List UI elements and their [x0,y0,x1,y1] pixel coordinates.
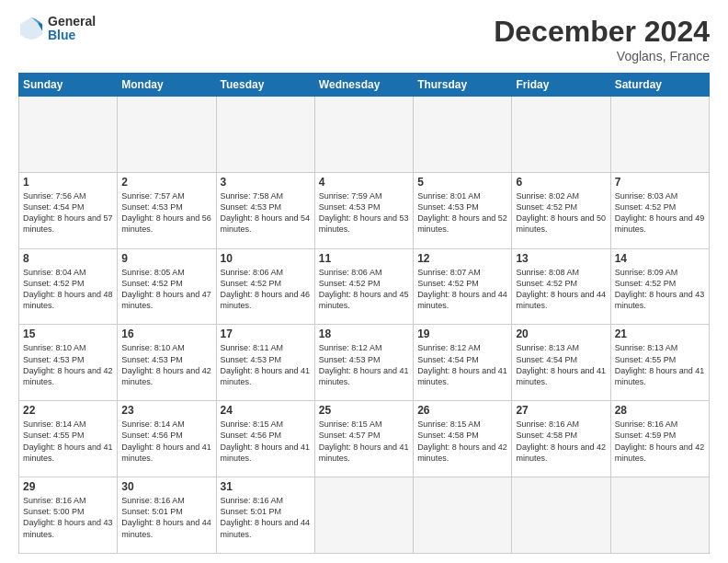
cell-info: Sunrise: 8:12 AMSunset: 4:53 PMDaylight:… [319,343,409,385]
calendar-cell-11: 11 Sunrise: 8:06 AMSunset: 4:52 PMDaylig… [314,248,413,325]
cell-info: Sunrise: 8:04 AMSunset: 4:52 PMDaylight:… [23,268,113,310]
calendar-cell-3: 3 Sunrise: 7:58 AMSunset: 4:53 PMDayligh… [216,172,314,248]
day-number: 5 [417,176,507,189]
calendar-header-thursday: Thursday [414,74,512,97]
day-number: 4 [319,176,409,189]
calendar-cell-17: 17 Sunrise: 8:11 AMSunset: 4:53 PMDaylig… [216,325,314,401]
cell-info: Sunrise: 8:10 AMSunset: 4:53 PMDaylight:… [23,343,113,385]
cell-info: Sunrise: 8:16 AMSunset: 4:58 PMDaylight:… [516,419,606,462]
calendar-header-friday: Friday [512,74,610,97]
day-number: 27 [516,404,606,417]
cell-info: Sunrise: 8:16 AMSunset: 4:59 PMDaylight:… [615,419,705,462]
cell-info: Sunrise: 8:01 AMSunset: 4:53 PMDaylight:… [417,191,507,234]
cell-info: Sunrise: 8:07 AMSunset: 4:52 PMDaylight:… [417,268,507,310]
calendar-cell-31: 31 Sunrise: 8:16 AMSunset: 5:01 PMDaylig… [216,477,314,554]
calendar-cell-25: 25 Sunrise: 8:15 AMSunset: 4:57 PMDaylig… [314,401,413,477]
calendar-cell-19: 19 Sunrise: 8:12 AMSunset: 4:54 PMDaylig… [414,325,512,401]
cell-info: Sunrise: 8:11 AMSunset: 4:53 PMDaylight:… [221,343,311,385]
cell-info: Sunrise: 7:59 AMSunset: 4:53 PMDaylight:… [319,191,409,234]
calendar-cell-empty [610,97,709,173]
cell-info: Sunrise: 8:12 AMSunset: 4:54 PMDaylight:… [417,343,507,385]
calendar-week-1: 1 Sunrise: 7:56 AMSunset: 4:54 PMDayligh… [19,172,710,248]
calendar-cell-16: 16 Sunrise: 8:10 AMSunset: 4:53 PMDaylig… [118,325,216,401]
calendar-header-tuesday: Tuesday [216,74,314,97]
day-number: 26 [417,404,507,417]
day-number: 11 [319,252,409,265]
cell-info: Sunrise: 8:13 AMSunset: 4:55 PMDaylight:… [615,343,705,385]
day-number: 6 [516,176,606,189]
calendar-cell-1: 1 Sunrise: 7:56 AMSunset: 4:54 PMDayligh… [19,172,118,248]
cell-info: Sunrise: 7:58 AMSunset: 4:53 PMDaylight:… [221,191,311,234]
day-number: 28 [615,404,705,417]
calendar-cell-30: 30 Sunrise: 8:16 AMSunset: 5:01 PMDaylig… [118,477,216,554]
calendar-cell-7: 7 Sunrise: 8:03 AMSunset: 4:52 PMDayligh… [610,172,709,248]
logo: General Blue [18,15,96,43]
calendar-cell-21: 21 Sunrise: 8:13 AMSunset: 4:55 PMDaylig… [610,325,709,401]
day-number: 17 [221,327,311,340]
day-number: 12 [417,252,507,265]
calendar-cell-empty [414,97,512,173]
calendar-cell-14: 14 Sunrise: 8:09 AMSunset: 4:52 PMDaylig… [610,248,709,325]
day-number: 14 [615,252,705,265]
day-number: 1 [23,176,113,189]
page: General Blue December 2024 Voglans, Fran… [0,0,728,563]
calendar-header-saturday: Saturday [610,74,709,97]
cell-info: Sunrise: 7:57 AMSunset: 4:53 PMDaylight:… [121,191,211,234]
calendar-cell-4: 4 Sunrise: 7:59 AMSunset: 4:53 PMDayligh… [314,172,413,248]
calendar-header-row: SundayMondayTuesdayWednesdayThursdayFrid… [19,74,710,97]
logo-text: General Blue [48,15,96,43]
calendar-cell-empty [118,97,216,173]
day-number: 29 [23,480,113,493]
calendar-cell-22: 22 Sunrise: 8:14 AMSunset: 4:55 PMDaylig… [19,401,118,477]
cell-info: Sunrise: 8:15 AMSunset: 4:56 PMDaylight:… [221,419,311,462]
calendar-cell-28: 28 Sunrise: 8:16 AMSunset: 4:59 PMDaylig… [610,401,709,477]
header: General Blue December 2024 Voglans, Fran… [18,15,710,63]
calendar-cell-empty [512,97,610,173]
calendar-cell-2: 2 Sunrise: 7:57 AMSunset: 4:53 PMDayligh… [118,172,216,248]
calendar-cell-5: 5 Sunrise: 8:01 AMSunset: 4:53 PMDayligh… [414,172,512,248]
header-right: December 2024 Voglans, France [494,15,710,63]
month-title: December 2024 [494,15,710,49]
cell-info: Sunrise: 8:14 AMSunset: 4:56 PMDaylight:… [121,419,211,462]
day-number: 31 [221,480,311,493]
cell-info: Sunrise: 8:09 AMSunset: 4:52 PMDaylight:… [615,268,705,310]
calendar-week-0 [19,97,710,173]
calendar-header-wednesday: Wednesday [314,74,413,97]
day-number: 10 [221,252,311,265]
calendar-cell-empty [314,97,413,173]
cell-info: Sunrise: 8:06 AMSunset: 4:52 PMDaylight:… [221,268,311,310]
calendar-header-monday: Monday [118,74,216,97]
cell-info: Sunrise: 8:14 AMSunset: 4:55 PMDaylight:… [23,419,113,462]
day-number: 13 [516,252,606,265]
cell-info: Sunrise: 8:05 AMSunset: 4:52 PMDaylight:… [121,268,211,310]
calendar-cell-12: 12 Sunrise: 8:07 AMSunset: 4:52 PMDaylig… [414,248,512,325]
day-number: 23 [121,404,211,417]
day-number: 22 [23,404,113,417]
location: Voglans, France [494,49,710,63]
logo-general-text: General [48,15,96,29]
calendar-week-5: 29 Sunrise: 8:16 AMSunset: 5:00 PMDaylig… [19,477,710,554]
day-number: 9 [121,252,211,265]
calendar-cell-27: 27 Sunrise: 8:16 AMSunset: 4:58 PMDaylig… [512,401,610,477]
cell-info: Sunrise: 8:08 AMSunset: 4:52 PMDaylight:… [516,268,606,310]
calendar-cell-13: 13 Sunrise: 8:08 AMSunset: 4:52 PMDaylig… [512,248,610,325]
calendar-cell-8: 8 Sunrise: 8:04 AMSunset: 4:52 PMDayligh… [19,248,118,325]
calendar-cell-10: 10 Sunrise: 8:06 AMSunset: 4:52 PMDaylig… [216,248,314,325]
day-number: 30 [121,480,211,493]
day-number: 16 [121,327,211,340]
cell-info: Sunrise: 8:03 AMSunset: 4:52 PMDaylight:… [615,191,705,234]
svg-marker-0 [20,17,42,40]
cell-info: Sunrise: 7:56 AMSunset: 4:54 PMDaylight:… [23,191,113,234]
calendar-week-3: 15 Sunrise: 8:10 AMSunset: 4:53 PMDaylig… [19,325,710,401]
cell-info: Sunrise: 8:16 AMSunset: 5:01 PMDaylight:… [221,496,311,538]
logo-icon [18,16,44,41]
day-number: 25 [319,404,409,417]
cell-info: Sunrise: 8:15 AMSunset: 4:58 PMDaylight:… [417,419,507,462]
day-number: 8 [23,252,113,265]
calendar-body: 1 Sunrise: 7:56 AMSunset: 4:54 PMDayligh… [19,97,710,554]
cell-info: Sunrise: 8:06 AMSunset: 4:52 PMDaylight:… [319,268,409,310]
cell-info: Sunrise: 8:15 AMSunset: 4:57 PMDaylight:… [319,419,409,462]
calendar-cell-9: 9 Sunrise: 8:05 AMSunset: 4:52 PMDayligh… [118,248,216,325]
cell-info: Sunrise: 8:16 AMSunset: 5:00 PMDaylight:… [23,496,113,538]
calendar-cell-24: 24 Sunrise: 8:15 AMSunset: 4:56 PMDaylig… [216,401,314,477]
